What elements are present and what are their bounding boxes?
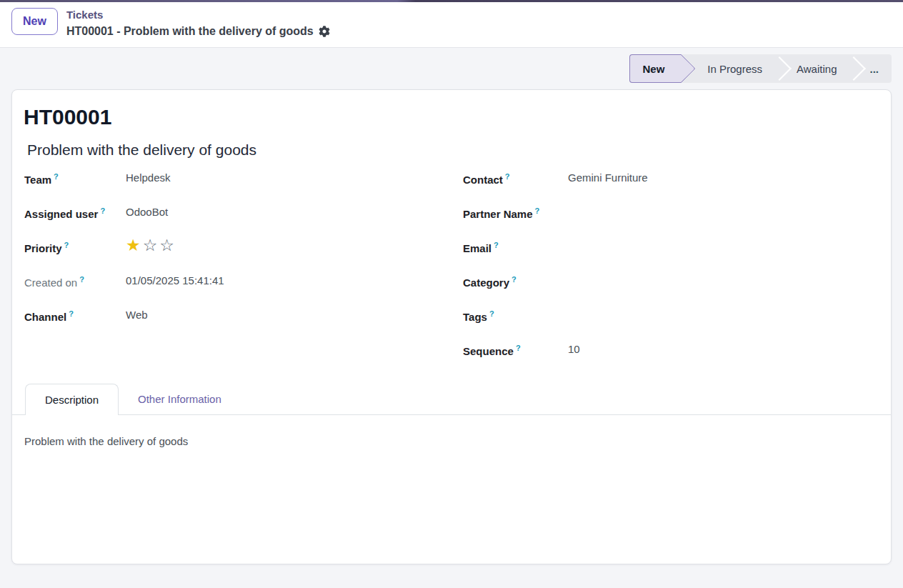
field-label-created-on: Created on?	[24, 272, 126, 290]
help-icon: ?	[512, 275, 517, 284]
stage-chevron-icon	[777, 54, 782, 83]
field-row-category: Category?	[463, 272, 879, 290]
field-row-created-on: Created on? 01/05/2025 15:41:41	[24, 272, 452, 290]
field-column-left: Team? Helpdesk Assigned user? OdooBot Pr…	[24, 169, 452, 375]
form-sheet: HT00001 Problem with the delivery of goo…	[11, 89, 892, 564]
tab-description[interactable]: Description	[25, 384, 119, 415]
field-value-assigned-user[interactable]: OdooBot	[126, 204, 168, 219]
control-panel: New In Progress Awaiting ...	[0, 48, 903, 83]
help-icon: ?	[100, 206, 105, 215]
ticket-subject-field[interactable]: Problem with the delivery of goods	[27, 141, 876, 159]
field-label-email: Email?	[463, 238, 568, 256]
field-row-contact: Contact? Gemini Furniture	[463, 169, 879, 187]
breadcrumb: Tickets HT00001 - Problem with the deliv…	[66, 8, 330, 39]
field-column-right: Contact? Gemini Furniture Partner Name? …	[452, 169, 879, 375]
ticket-reference: HT00001	[24, 105, 879, 129]
new-button[interactable]: New	[11, 8, 58, 35]
field-row-sequence: Sequence? 10	[463, 341, 879, 359]
field-row-tags: Tags?	[463, 307, 879, 324]
field-label-channel: Channel?	[24, 307, 126, 324]
help-icon: ?	[69, 309, 74, 318]
field-value-team[interactable]: Helpdesk	[126, 169, 171, 185]
field-value-channel[interactable]: Web	[126, 307, 148, 322]
field-label-priority: Priority?	[24, 238, 126, 256]
field-label-partner-name: Partner Name?	[463, 204, 568, 221]
star-empty-icon[interactable]: ☆	[159, 236, 176, 254]
field-label-contact: Contact?	[463, 169, 568, 187]
stage-chevron-icon	[851, 54, 857, 83]
breadcrumb-parent-link[interactable]: Tickets	[66, 8, 330, 22]
priority-stars[interactable]: ★☆☆	[126, 238, 176, 252]
field-value-contact[interactable]: Gemini Furniture	[568, 169, 648, 185]
breadcrumb-header: New Tickets HT00001 - Problem with the d…	[0, 2, 903, 48]
breadcrumb-current: HT00001 - Problem with the delivery of g…	[66, 24, 314, 39]
help-icon: ?	[79, 275, 84, 284]
field-value-sequence[interactable]: 10	[568, 341, 580, 357]
field-row-priority: Priority? ★☆☆	[24, 238, 452, 256]
gear-icon[interactable]	[319, 26, 330, 37]
field-grid: Team? Helpdesk Assigned user? OdooBot Pr…	[12, 159, 891, 375]
help-icon: ?	[535, 206, 540, 215]
field-row-partner-name: Partner Name?	[463, 204, 879, 221]
star-empty-icon[interactable]: ☆	[143, 236, 160, 254]
help-icon: ?	[54, 172, 59, 181]
stage-statusbar: New In Progress Awaiting ...	[629, 54, 892, 83]
field-row-email: Email?	[463, 238, 879, 256]
field-row-assigned-user: Assigned user? OdooBot	[24, 204, 452, 221]
field-label-tags: Tags?	[463, 307, 568, 324]
field-row-team: Team? Helpdesk	[24, 169, 452, 187]
tab-other-information[interactable]: Other Information	[119, 384, 241, 414]
field-label-sequence: Sequence?	[463, 341, 568, 359]
help-icon: ?	[64, 241, 69, 249]
help-icon: ?	[494, 241, 499, 249]
stage-in-progress[interactable]: In Progress	[693, 54, 777, 83]
description-body[interactable]: Problem with the delivery of goods	[12, 415, 891, 544]
notebook-tabs: Description Other Information	[12, 384, 891, 415]
help-icon: ?	[505, 172, 510, 181]
star-filled-icon[interactable]: ★	[126, 236, 143, 254]
field-label-team: Team?	[24, 169, 126, 187]
help-icon: ?	[516, 344, 521, 352]
help-icon: ?	[489, 309, 494, 318]
field-row-channel: Channel? Web	[24, 307, 452, 324]
field-value-created-on: 01/05/2025 15:41:41	[126, 272, 224, 288]
field-label-assigned-user: Assigned user?	[24, 204, 126, 221]
stage-awaiting[interactable]: Awaiting	[782, 54, 851, 83]
field-label-category: Category?	[463, 272, 568, 290]
stage-new[interactable]: New	[629, 54, 682, 83]
